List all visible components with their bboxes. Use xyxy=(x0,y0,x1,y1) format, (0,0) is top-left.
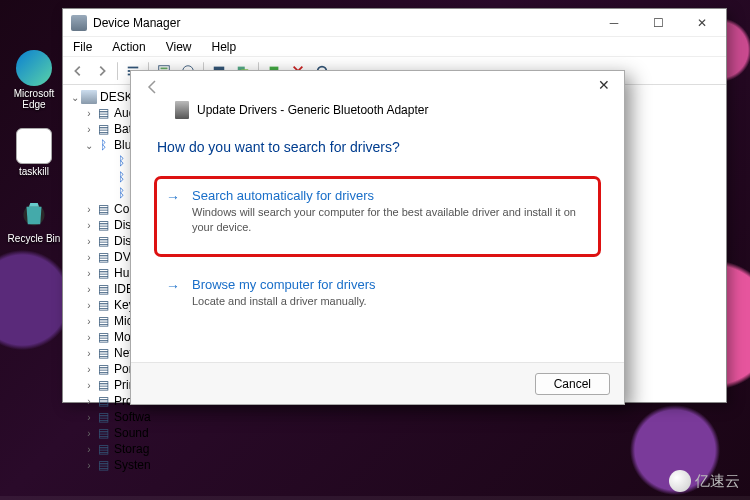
arrow-right-icon: → xyxy=(166,189,180,205)
bluetooth-icon: ᛒ xyxy=(95,138,111,152)
cancel-button[interactable]: Cancel xyxy=(535,373,610,395)
bluetooth-icon: ᛒ xyxy=(113,154,129,168)
tree-caret-icon[interactable]: › xyxy=(83,220,95,231)
tree-node-label: Storag xyxy=(114,442,149,456)
maximize-button[interactable]: ☐ xyxy=(636,9,680,37)
close-button[interactable]: ✕ xyxy=(680,9,724,37)
device-category-icon: ▤ xyxy=(95,346,111,360)
svg-rect-0 xyxy=(128,66,139,68)
tree-caret-icon[interactable]: › xyxy=(83,204,95,215)
window-title: Device Manager xyxy=(93,16,180,30)
arrow-right-icon: → xyxy=(166,278,180,294)
tree-node-label: Systen xyxy=(114,458,151,472)
computer-icon xyxy=(81,90,97,104)
option-description: Locate and install a driver manually. xyxy=(192,294,587,309)
tree-caret-icon[interactable]: › xyxy=(83,444,95,455)
titlebar[interactable]: Device Manager ─ ☐ ✕ xyxy=(63,9,726,37)
menu-file[interactable]: File xyxy=(69,39,96,55)
desktop-icon-taskkill[interactable]: ⌧ taskkill xyxy=(6,128,62,177)
app-icon xyxy=(71,15,87,31)
tree-caret-icon[interactable]: › xyxy=(83,428,95,439)
device-category-icon: ▤ xyxy=(95,314,111,328)
tree-caret-icon[interactable]: ⌄ xyxy=(69,92,81,103)
desktop-icon-recycle-bin[interactable]: Recycle Bin xyxy=(6,195,62,244)
option-title: Search automatically for drivers xyxy=(192,188,587,203)
device-category-icon: ▤ xyxy=(95,442,111,456)
toolbar-back-icon[interactable] xyxy=(67,60,89,82)
option-title: Browse my computer for drivers xyxy=(192,277,587,292)
tree-node[interactable]: ›▤Softwa xyxy=(69,409,726,425)
menu-view[interactable]: View xyxy=(162,39,196,55)
option-browse-computer[interactable]: → Browse my computer for drivers Locate … xyxy=(157,268,598,320)
device-category-icon: ▤ xyxy=(95,378,111,392)
watermark: 亿速云 xyxy=(669,470,740,492)
tree-node[interactable]: ›▤Systen xyxy=(69,457,726,473)
dialog-title: Update Drivers - Generic Bluetooth Adapt… xyxy=(197,103,428,117)
device-category-icon: ▤ xyxy=(95,266,111,280)
device-category-icon: ▤ xyxy=(95,218,111,232)
device-category-icon: ▤ xyxy=(95,106,111,120)
tree-caret-icon[interactable]: › xyxy=(83,396,95,407)
tree-caret-icon[interactable]: › xyxy=(83,460,95,471)
tree-caret-icon[interactable]: ⌄ xyxy=(83,140,95,151)
desktop-icon-edge[interactable]: Microsoft Edge xyxy=(6,50,62,110)
device-category-icon: ▤ xyxy=(95,458,111,472)
dialog-close-button[interactable]: ✕ xyxy=(590,75,618,95)
edge-icon xyxy=(16,50,52,86)
desktop-icon-label: Microsoft Edge xyxy=(6,88,62,110)
desktop-icon-label: Recycle Bin xyxy=(6,233,62,244)
option-search-automatically[interactable]: → Search automatically for drivers Windo… xyxy=(157,179,598,254)
watermark-text: 亿速云 xyxy=(695,472,740,491)
tree-caret-icon[interactable]: › xyxy=(83,380,95,391)
device-category-icon: ▤ xyxy=(95,234,111,248)
tree-caret-icon[interactable]: › xyxy=(83,300,95,311)
bluetooth-icon: ᛒ xyxy=(113,186,129,200)
bluetooth-icon: ᛒ xyxy=(113,170,129,184)
desktop-icons: Microsoft Edge ⌧ taskkill Recycle Bin xyxy=(6,50,62,262)
back-button[interactable] xyxy=(141,77,165,97)
tree-caret-icon[interactable]: › xyxy=(83,236,95,247)
device-category-icon: ▤ xyxy=(95,250,111,264)
dialog-heading: How do you want to search for drivers? xyxy=(157,139,598,155)
device-category-icon: ▤ xyxy=(95,122,111,136)
device-category-icon: ▤ xyxy=(95,410,111,424)
tree-caret-icon[interactable]: › xyxy=(83,108,95,119)
menu-help[interactable]: Help xyxy=(208,39,241,55)
tree-caret-icon[interactable]: › xyxy=(83,364,95,375)
tree-caret-icon[interactable]: › xyxy=(83,268,95,279)
desktop-icon-label: taskkill xyxy=(6,166,62,177)
tree-caret-icon[interactable]: › xyxy=(83,316,95,327)
tree-caret-icon[interactable]: › xyxy=(83,124,95,135)
tree-node[interactable]: ›▤Storag xyxy=(69,441,726,457)
device-category-icon: ▤ xyxy=(95,202,111,216)
device-category-icon: ▤ xyxy=(95,426,111,440)
device-category-icon: ▤ xyxy=(95,362,111,376)
tree-caret-icon[interactable]: › xyxy=(83,348,95,359)
watermark-logo-icon xyxy=(669,470,691,492)
device-category-icon: ▤ xyxy=(95,394,111,408)
tree-caret-icon[interactable]: › xyxy=(83,252,95,263)
tree-caret-icon[interactable]: › xyxy=(83,412,95,423)
tree-node[interactable]: ›▤Sound xyxy=(69,425,726,441)
recycle-bin-icon xyxy=(16,195,52,231)
menu-action[interactable]: Action xyxy=(108,39,149,55)
minimize-button[interactable]: ─ xyxy=(592,9,636,37)
update-drivers-dialog: ✕ Update Drivers - Generic Bluetooth Ada… xyxy=(130,70,625,405)
device-category-icon: ▤ xyxy=(95,282,111,296)
driver-icon xyxy=(175,101,189,119)
tree-node-label: Softwa xyxy=(114,410,151,424)
tree-caret-icon[interactable]: › xyxy=(83,332,95,343)
option-description: Windows will search your computer for th… xyxy=(192,205,587,235)
svg-rect-4 xyxy=(161,67,168,69)
toolbar-separator xyxy=(117,62,118,80)
menubar: File Action View Help xyxy=(63,37,726,57)
tree-caret-icon[interactable]: › xyxy=(83,284,95,295)
shortcut-icon: ⌧ xyxy=(16,128,52,164)
device-category-icon: ▤ xyxy=(95,298,111,312)
toolbar-forward-icon[interactable] xyxy=(91,60,113,82)
taskbar[interactable] xyxy=(0,496,750,500)
tree-node-label: Sound xyxy=(114,426,149,440)
device-category-icon: ▤ xyxy=(95,330,111,344)
